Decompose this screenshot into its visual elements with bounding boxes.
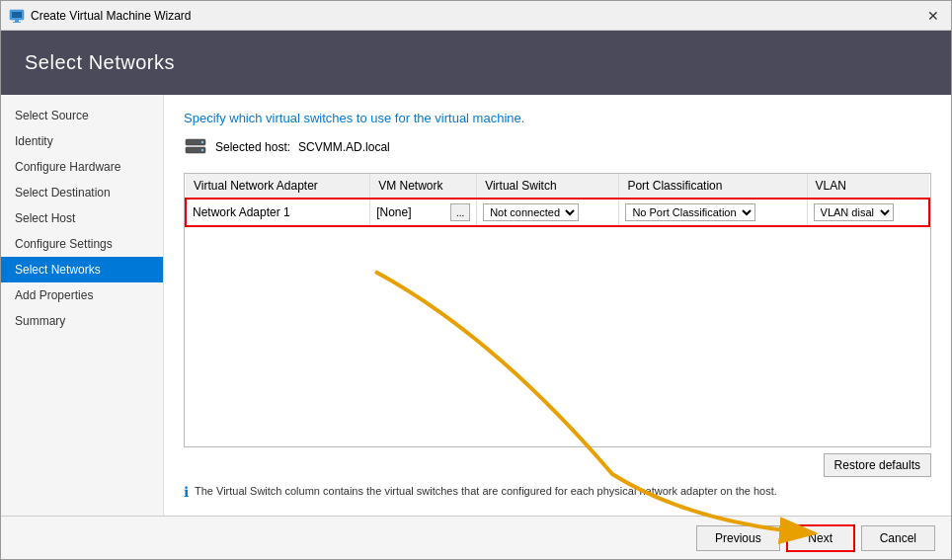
svg-rect-2 bbox=[15, 20, 19, 22]
sidebar-item-select-destination[interactable]: Select Destination bbox=[1, 180, 163, 205]
cell-port-classification[interactable]: No Port Classification bbox=[619, 199, 807, 226]
sidebar-item-identity[interactable]: Identity bbox=[1, 128, 163, 154]
svg-point-6 bbox=[201, 141, 203, 143]
sidebar: Select Source Identity Configure Hardwar… bbox=[1, 95, 164, 516]
col-virtual-switch: Virtual Switch bbox=[477, 174, 619, 199]
selected-host-row: Selected host: SCVMM.AD.local bbox=[184, 135, 931, 159]
restore-defaults-button[interactable]: Restore defaults bbox=[824, 453, 931, 477]
col-port-classification: Port Classification bbox=[619, 174, 807, 199]
next-button[interactable]: Next bbox=[786, 524, 855, 552]
sidebar-item-summary[interactable]: Summary bbox=[1, 308, 163, 334]
selected-host-label: Selected host: bbox=[215, 140, 290, 154]
cell-vm-network[interactable]: [None] ... bbox=[370, 199, 477, 226]
close-button[interactable]: ✕ bbox=[923, 6, 943, 26]
network-table: Virtual Network Adapter VM Network Virtu… bbox=[185, 174, 930, 227]
info-text: The Virtual Switch column contains the v… bbox=[195, 485, 777, 497]
cell-vlan[interactable]: VLAN disal bbox=[807, 199, 929, 226]
sidebar-item-select-host[interactable]: Select Host bbox=[1, 205, 163, 231]
sidebar-item-select-networks[interactable]: Select Networks bbox=[1, 257, 163, 282]
cancel-button[interactable]: Cancel bbox=[861, 525, 935, 551]
svg-rect-1 bbox=[12, 12, 22, 18]
network-table-container: Virtual Network Adapter VM Network Virtu… bbox=[184, 173, 931, 447]
vm-network-browse-button[interactable]: ... bbox=[450, 203, 470, 221]
previous-button[interactable]: Previous bbox=[696, 525, 780, 551]
page-title: Select Networks bbox=[25, 51, 175, 74]
footer: Previous Next Cancel bbox=[1, 516, 951, 559]
window-title: Create Virtual Machine Wizard bbox=[31, 9, 192, 23]
sidebar-item-add-properties[interactable]: Add Properties bbox=[1, 282, 163, 308]
col-virtual-network-adapter: Virtual Network Adapter bbox=[186, 174, 370, 199]
sidebar-item-configure-settings[interactable]: Configure Settings bbox=[1, 231, 163, 257]
selected-host-value: SCVMM.AD.local bbox=[298, 140, 390, 154]
info-row: ℹ The Virtual Switch column contains the… bbox=[184, 485, 931, 500]
vlan-select[interactable]: VLAN disal bbox=[814, 203, 894, 221]
virtual-switch-select[interactable]: Not connected bbox=[483, 203, 579, 221]
port-classification-select[interactable]: No Port Classification bbox=[625, 203, 755, 221]
title-bar: Create Virtual Machine Wizard ✕ bbox=[1, 1, 951, 31]
window-icon bbox=[9, 8, 25, 24]
col-vlan: VLAN bbox=[807, 174, 929, 199]
svg-point-7 bbox=[201, 149, 203, 151]
sidebar-item-select-source[interactable]: Select Source bbox=[1, 103, 163, 128]
info-icon: ℹ bbox=[184, 484, 189, 500]
header-banner: Select Networks bbox=[1, 31, 951, 95]
col-vm-network: VM Network bbox=[370, 174, 477, 199]
table-row: Network Adapter 1 [None] ... Not bbox=[186, 199, 929, 226]
instruction-text: Specify which virtual switches to use fo… bbox=[184, 111, 931, 125]
cell-adapter-name: Network Adapter 1 bbox=[186, 199, 370, 226]
sidebar-item-configure-hardware[interactable]: Configure Hardware bbox=[1, 154, 163, 180]
server-icon bbox=[184, 135, 207, 159]
cell-virtual-switch[interactable]: Not connected bbox=[477, 199, 619, 226]
svg-rect-3 bbox=[13, 22, 21, 23]
content-area: Specify which virtual switches to use fo… bbox=[164, 95, 951, 516]
